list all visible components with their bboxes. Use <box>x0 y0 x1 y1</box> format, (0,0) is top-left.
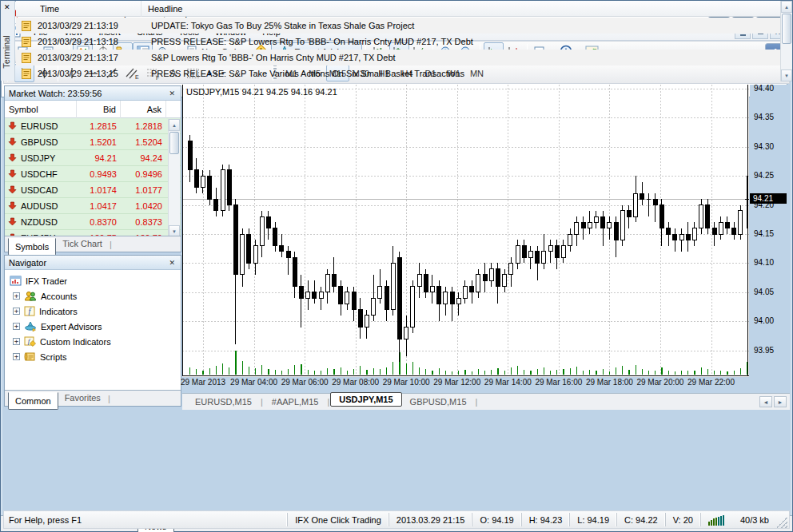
news-icon <box>22 37 31 47</box>
terminal-side-strip: ✕ Terminal <box>1 1 15 81</box>
chart-tab-aapl-m15[interactable]: #AAPL,M15 <box>264 395 327 408</box>
ask-value: 1.2818 <box>121 121 166 131</box>
tab-separator: | <box>261 397 263 407</box>
navigator-item-custom-indicators[interactable]: +fCustom Indicators <box>6 334 179 349</box>
news-time: 2013/03/29 21:13:17 <box>38 53 144 62</box>
navigator-tree: IFX Trader+Accounts+fIndicators+Expert A… <box>5 270 181 367</box>
down-arrow-icon <box>8 137 17 146</box>
price-axis[interactable]: 94.4094.3594.3094.2594.2094.1594.1094.05… <box>750 85 791 390</box>
expand-icon[interactable]: + <box>13 323 20 330</box>
tab-scroll-right-icon[interactable]: ► <box>774 396 787 407</box>
chart-tab-bar: EURUSD,M15|#AAPL,M15|USDJPY,M15GBPUSD,M1… <box>182 393 790 410</box>
scroll-up-icon[interactable]: ▲ <box>169 119 180 131</box>
status-segment-2: O: 94.19 <box>472 513 520 526</box>
status-bar: For Help, press F1 IFX One Click Trading… <box>3 510 790 529</box>
market-watch-scrollbar[interactable]: ▲ ▼ <box>168 119 180 237</box>
navigator-item-root[interactable]: IFX Trader <box>6 273 179 288</box>
navigator-item-label: Accounts <box>41 292 77 301</box>
terminal-scrollbar[interactable]: ▲ ▼ <box>780 1 792 81</box>
tab-scroll-left-icon[interactable]: ◄ <box>759 396 772 407</box>
indicators-icon: f <box>24 306 35 316</box>
navigator-item-expert-advisors[interactable]: +Expert Advisors <box>6 319 179 334</box>
ask-value: 1.5204 <box>121 137 166 147</box>
bid-value: 1.0174 <box>77 185 121 195</box>
news-row[interactable]: 2013/03/29 21:13:17S&P Lowers Rtg To 'BB… <box>16 50 780 66</box>
news-row[interactable]: 2013/03/29 21:13:19UPDATE: Tokyo Gas To … <box>16 18 780 34</box>
news-time: 2013/03/29 21:13:18 <box>38 37 144 46</box>
column-headline[interactable]: Headline <box>141 1 182 17</box>
column-time[interactable]: Time <box>16 4 141 14</box>
market-watch-header: Market Watch: 23:59:56 ✕ <box>5 86 181 101</box>
chart-tab-eurusd-m15[interactable]: EURUSD,M15 <box>187 395 260 408</box>
scrollbar-thumb[interactable] <box>782 14 791 44</box>
status-segment-4: L: 94.19 <box>569 513 616 526</box>
column-bid[interactable]: Bid <box>77 101 121 118</box>
market-watch-row-nzdusd[interactable]: NZDUSD0.83700.8373 <box>5 214 181 230</box>
market-watch-row-usdcad[interactable]: USDCAD1.01741.0177 <box>5 182 181 198</box>
bid-value: 1.5201 <box>77 137 121 147</box>
close-icon[interactable]: ✕ <box>167 89 177 97</box>
column-ask[interactable]: Ask <box>121 101 166 118</box>
expand-icon[interactable]: + <box>13 308 20 315</box>
bid-value: 0.9493 <box>77 169 121 179</box>
navigator-tab-favorites[interactable]: Favorites <box>58 391 107 405</box>
down-arrow-icon <box>8 201 17 210</box>
symbol-label: USDCHF <box>21 169 58 179</box>
navigator-title: Navigator <box>9 258 46 268</box>
navigator-root-label: IFX Trader <box>26 276 67 286</box>
symbol-label: EURUSD <box>21 121 58 131</box>
close-icon[interactable]: ✕ <box>167 259 177 267</box>
news-row[interactable]: 2013/03/29 21:13:15PRESS RELEASE: S&P Ta… <box>16 66 780 81</box>
navigator-header: Navigator ✕ <box>5 256 181 270</box>
expand-icon[interactable]: + <box>13 338 20 345</box>
price-tick: 94.15 <box>754 229 774 238</box>
expand-icon[interactable]: + <box>13 353 20 360</box>
scrollbar-thumb[interactable] <box>169 132 179 154</box>
market-watch-row-usdjpy[interactable]: USDJPY94.2194.24 <box>5 150 181 166</box>
market-watch-tab-symbols[interactable]: Symbols <box>8 238 56 256</box>
status-segment-0: IFX One Click Trading <box>287 513 389 526</box>
close-icon[interactable]: ✕ <box>4 3 10 11</box>
navigator-tab-common[interactable]: Common <box>8 392 58 410</box>
market-watch-title: Market Watch: 23:59:56 <box>9 89 102 98</box>
current-price-badge: 94.21 <box>750 193 787 204</box>
bid-value: 1.2815 <box>77 121 121 131</box>
time-axis[interactable]: 29 Mar 201329 Mar 04:0029 Mar 06:0029 Ma… <box>182 378 749 391</box>
ask-value: 0.8373 <box>121 217 166 227</box>
traffic-counter: 40/3 kb <box>740 515 769 525</box>
price-tick: 94.25 <box>754 171 774 180</box>
navigator-item-accounts[interactable]: +Accounts <box>6 288 179 304</box>
news-icon <box>22 53 31 63</box>
navigator-item-indicators[interactable]: +fIndicators <box>6 304 179 319</box>
market-watch-row-usdchf[interactable]: USDCHF0.94930.9496 <box>5 166 181 182</box>
navigator-item-scripts[interactable]: +Scripts <box>6 349 179 364</box>
ask-value: 1.0177 <box>121 185 166 195</box>
chart-tab-usdjpy-m15[interactable]: USDJPY,M15 <box>330 392 401 407</box>
scroll-down-icon[interactable]: ▼ <box>781 69 792 81</box>
price-tick: 94.35 <box>754 113 774 121</box>
news-row[interactable]: 2013/03/29 21:13:18PRESS RELEASE: S&P Lo… <box>16 34 780 50</box>
down-arrow-icon <box>8 217 17 226</box>
price-tick: 94.10 <box>754 258 774 267</box>
resize-grip[interactable] <box>776 517 787 528</box>
price-chart[interactable] <box>182 85 749 377</box>
expand-icon[interactable]: + <box>13 292 20 300</box>
market-watch-tab-tick-chart[interactable]: Tick Chart <box>56 237 109 251</box>
ask-value: 1.0420 <box>121 201 166 211</box>
chart-area[interactable]: USDJPY,M15 94.21 94.25 94.16 94.21 <box>182 85 749 377</box>
chart-tab-gbpusd-m15[interactable]: GBPUSD,M15 <box>402 395 475 408</box>
navigator-tabs: CommonFavorites| <box>5 390 181 406</box>
trader-icon <box>10 276 22 286</box>
market-watch-row-audusd[interactable]: AUDUSD1.04171.0420 <box>5 198 181 214</box>
connection-status: 40/3 kb <box>700 513 776 526</box>
column-symbol[interactable]: Symbol <box>5 101 77 118</box>
price-tick: 93.95 <box>754 346 774 355</box>
scroll-up-icon[interactable]: ▲ <box>781 1 792 13</box>
symbol-label: USDCAD <box>21 185 58 195</box>
bid-value: 1.0417 <box>77 201 121 211</box>
market-watch-row-gbpusd[interactable]: GBPUSD1.52011.5204 <box>5 134 181 150</box>
market-watch-row-eurusd[interactable]: EURUSD1.28151.2818 <box>5 118 181 134</box>
market-watch-column-header: Symbol Bid Ask <box>5 101 181 118</box>
news-list: 2013/03/29 21:13:19UPDATE: Tokyo Gas To … <box>16 18 780 81</box>
market-watch-rows: EURUSD1.28151.2818GBPUSD1.52011.5204USDJ… <box>5 118 181 236</box>
